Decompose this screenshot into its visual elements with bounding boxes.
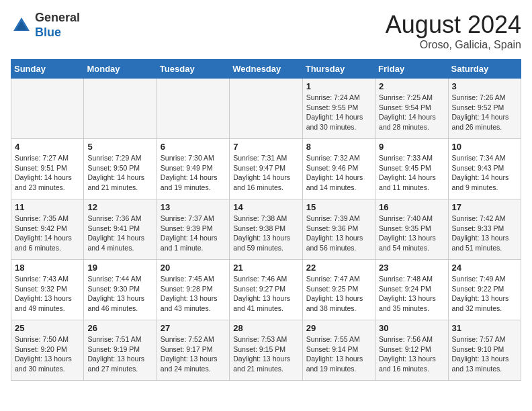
day-number: 13 [161,202,226,212]
day-info: Sunrise: 7:35 AMSunset: 9:42 PMDaylight:… [15,214,80,253]
day-number: 29 [306,323,371,333]
calendar-cell: 19Sunrise: 7:44 AMSunset: 9:30 PMDayligh… [84,260,157,320]
calendar-cell: 14Sunrise: 7:38 AMSunset: 9:38 PMDayligh… [230,199,302,260]
logo-icon [11,15,32,36]
day-number: 6 [161,142,226,152]
calendar-cell: 12Sunrise: 7:36 AMSunset: 9:41 PMDayligh… [84,199,157,260]
weekday-header: Monday [84,60,157,79]
day-info: Sunrise: 7:46 AMSunset: 9:27 PMDaylight:… [233,274,298,314]
weekday-header: Tuesday [157,60,229,79]
day-info: Sunrise: 7:26 AMSunset: 9:52 PMDaylight:… [452,93,517,132]
day-number: 4 [15,142,80,152]
day-info: Sunrise: 7:44 AMSunset: 9:30 PMDaylight:… [87,274,152,314]
day-info: Sunrise: 7:24 AMSunset: 9:55 PMDaylight:… [306,93,371,132]
weekday-row: SundayMondayTuesdayWednesdayThursdayFrid… [11,60,521,79]
day-info: Sunrise: 7:36 AMSunset: 9:41 PMDaylight:… [87,214,152,253]
day-number: 5 [87,142,152,152]
calendar-week-row: 25Sunrise: 7:50 AMSunset: 9:20 PMDayligh… [11,320,521,381]
calendar-week-row: 11Sunrise: 7:35 AMSunset: 9:42 PMDayligh… [11,199,521,260]
calendar-cell: 31Sunrise: 7:57 AMSunset: 9:10 PMDayligh… [448,320,521,381]
calendar-cell: 7Sunrise: 7:31 AMSunset: 9:47 PMDaylight… [230,139,302,199]
day-number: 23 [379,263,444,273]
day-number: 24 [452,263,517,273]
day-info: Sunrise: 7:49 AMSunset: 9:22 PMDaylight:… [452,274,517,314]
calendar-cell: 5Sunrise: 7:29 AMSunset: 9:50 PMDaylight… [84,139,157,199]
day-number: 15 [306,202,371,212]
weekday-header: Wednesday [230,60,302,79]
day-info: Sunrise: 7:39 AMSunset: 9:36 PMDaylight:… [306,214,371,253]
calendar-cell: 11Sunrise: 7:35 AMSunset: 9:42 PMDayligh… [11,199,84,260]
day-info: Sunrise: 7:50 AMSunset: 9:20 PMDaylight:… [15,334,80,374]
day-info: Sunrise: 7:45 AMSunset: 9:28 PMDaylight:… [161,274,226,314]
day-number: 31 [452,323,517,333]
day-info: Sunrise: 7:31 AMSunset: 9:47 PMDaylight:… [233,153,298,193]
calendar-cell: 18Sunrise: 7:43 AMSunset: 9:32 PMDayligh… [11,260,84,320]
day-number: 1 [306,81,371,91]
weekday-header: Thursday [302,60,375,79]
calendar-cell: 15Sunrise: 7:39 AMSunset: 9:36 PMDayligh… [302,199,375,260]
day-info: Sunrise: 7:37 AMSunset: 9:39 PMDaylight:… [161,214,226,253]
logo: General Blue [11,11,80,40]
day-info: Sunrise: 7:43 AMSunset: 9:32 PMDaylight:… [15,274,80,314]
day-number: 2 [379,81,444,91]
calendar-body: 1Sunrise: 7:24 AMSunset: 9:55 PMDaylight… [11,79,521,381]
calendar-cell: 8Sunrise: 7:32 AMSunset: 9:46 PMDaylight… [302,139,375,199]
weekday-header: Sunday [11,60,84,79]
day-info: Sunrise: 7:32 AMSunset: 9:46 PMDaylight:… [306,153,371,193]
calendar-cell: 1Sunrise: 7:24 AMSunset: 9:55 PMDaylight… [302,79,375,139]
calendar-cell: 10Sunrise: 7:34 AMSunset: 9:43 PMDayligh… [448,139,521,199]
day-info: Sunrise: 7:40 AMSunset: 9:35 PMDaylight:… [379,214,444,253]
day-number: 11 [15,202,80,212]
day-number: 20 [161,263,226,273]
weekday-header: Friday [375,60,448,79]
day-number: 22 [306,263,371,273]
calendar-cell: 21Sunrise: 7:46 AMSunset: 9:27 PMDayligh… [230,260,302,320]
calendar-cell: 23Sunrise: 7:48 AMSunset: 9:24 PMDayligh… [375,260,448,320]
day-number: 14 [233,202,298,212]
calendar-cell: 9Sunrise: 7:33 AMSunset: 9:45 PMDaylight… [375,139,448,199]
day-info: Sunrise: 7:30 AMSunset: 9:49 PMDaylight:… [161,153,226,193]
day-info: Sunrise: 7:33 AMSunset: 9:45 PMDaylight:… [379,153,444,193]
calendar-cell: 22Sunrise: 7:47 AMSunset: 9:25 PMDayligh… [302,260,375,320]
day-info: Sunrise: 7:47 AMSunset: 9:25 PMDaylight:… [306,274,371,314]
day-info: Sunrise: 7:48 AMSunset: 9:24 PMDaylight:… [379,274,444,314]
calendar-cell: 6Sunrise: 7:30 AMSunset: 9:49 PMDaylight… [157,139,229,199]
calendar-cell: 17Sunrise: 7:42 AMSunset: 9:33 PMDayligh… [448,199,521,260]
calendar-cell [230,79,302,139]
title-block: August 2024 Oroso, Galicia, Spain [386,11,521,51]
day-number: 16 [379,202,444,212]
calendar-cell: 26Sunrise: 7:51 AMSunset: 9:19 PMDayligh… [84,320,157,381]
day-info: Sunrise: 7:53 AMSunset: 9:15 PMDaylight:… [233,334,298,374]
day-info: Sunrise: 7:56 AMSunset: 9:12 PMDaylight:… [379,334,444,374]
logo-blue-text: Blue [35,26,61,39]
calendar-cell [157,79,229,139]
calendar-week-row: 4Sunrise: 7:27 AMSunset: 9:51 PMDaylight… [11,139,521,199]
calendar-cell: 16Sunrise: 7:40 AMSunset: 9:35 PMDayligh… [375,199,448,260]
day-info: Sunrise: 7:27 AMSunset: 9:51 PMDaylight:… [15,153,80,193]
day-info: Sunrise: 7:52 AMSunset: 9:17 PMDaylight:… [161,334,226,374]
calendar-cell: 29Sunrise: 7:55 AMSunset: 9:14 PMDayligh… [302,320,375,381]
day-info: Sunrise: 7:38 AMSunset: 9:38 PMDaylight:… [233,214,298,253]
calendar-cell: 13Sunrise: 7:37 AMSunset: 9:39 PMDayligh… [157,199,229,260]
day-number: 10 [452,142,517,152]
day-number: 8 [306,142,371,152]
month-title: August 2024 [386,11,521,39]
day-info: Sunrise: 7:34 AMSunset: 9:43 PMDaylight:… [452,153,517,193]
day-number: 18 [15,263,80,273]
calendar-week-row: 18Sunrise: 7:43 AMSunset: 9:32 PMDayligh… [11,260,521,320]
day-number: 17 [452,202,517,212]
day-number: 28 [233,323,298,333]
calendar-cell: 3Sunrise: 7:26 AMSunset: 9:52 PMDaylight… [448,79,521,139]
calendar-week-row: 1Sunrise: 7:24 AMSunset: 9:55 PMDaylight… [11,79,521,139]
day-number: 25 [15,323,80,333]
weekday-header: Saturday [448,60,521,79]
calendar-cell: 25Sunrise: 7:50 AMSunset: 9:20 PMDayligh… [11,320,84,381]
day-info: Sunrise: 7:51 AMSunset: 9:19 PMDaylight:… [87,334,152,374]
day-number: 7 [233,142,298,152]
calendar-cell: 20Sunrise: 7:45 AMSunset: 9:28 PMDayligh… [157,260,229,320]
day-info: Sunrise: 7:55 AMSunset: 9:14 PMDaylight:… [306,334,371,374]
calendar-cell: 4Sunrise: 7:27 AMSunset: 9:51 PMDaylight… [11,139,84,199]
day-number: 26 [87,323,152,333]
day-number: 21 [233,263,298,273]
calendar-cell: 27Sunrise: 7:52 AMSunset: 9:17 PMDayligh… [157,320,229,381]
